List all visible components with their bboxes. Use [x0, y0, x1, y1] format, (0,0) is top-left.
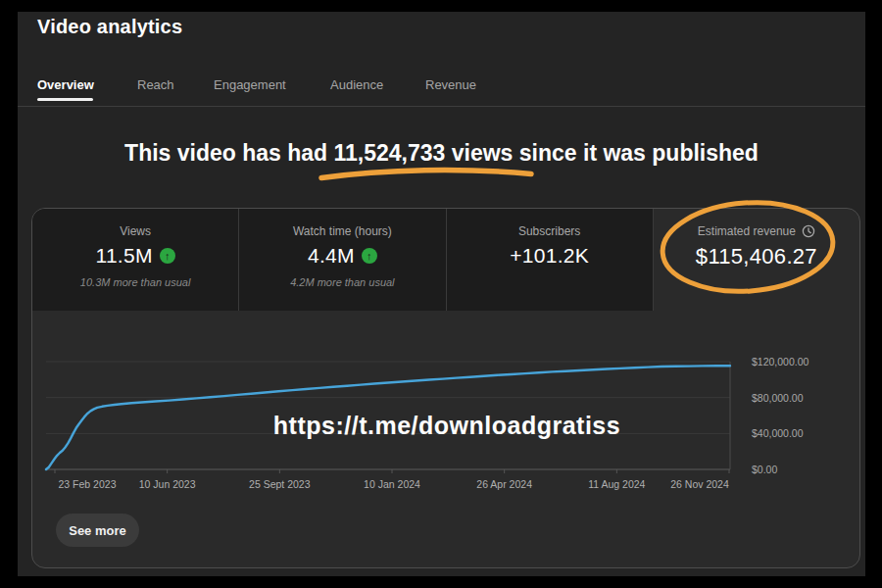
headline-views-summary: This video has had 11,524,733 views sinc…	[18, 140, 865, 167]
stat-value-subscribers: +101.2K	[510, 244, 589, 268]
svg-text:23 Feb 2023: 23 Feb 2023	[59, 478, 117, 490]
stat-label-subscribers: Subscribers	[518, 224, 580, 238]
svg-text:11 Aug 2024: 11 Aug 2024	[588, 478, 645, 490]
stat-card-views[interactable]: Views 11.5M ↑ 10.3M more than usual	[32, 209, 239, 311]
trend-up-icon: ↑	[160, 248, 175, 264]
stat-note-views: 10.3M more than usual	[80, 276, 191, 288]
svg-text:10 Jun 2023: 10 Jun 2023	[139, 478, 196, 490]
svg-text:25 Sept 2023: 25 Sept 2023	[249, 478, 311, 490]
stat-card-watch-time[interactable]: Watch time (hours) 4.4M ↑ 4.2M more than…	[239, 209, 446, 311]
trend-up-icon: ↑	[362, 248, 377, 264]
stat-label-views: Views	[120, 224, 151, 238]
tab-revenue[interactable]: Revenue	[425, 77, 476, 92]
svg-text:26 Apr 2024: 26 Apr 2024	[476, 478, 532, 490]
svg-text:$0.00: $0.00	[752, 464, 777, 475]
page-title: Video analytics	[37, 16, 182, 38]
see-more-button[interactable]: See more	[56, 514, 139, 547]
stat-value-views: 11.5M	[95, 244, 152, 268]
analytics-window: Video analytics Overview Reach Engagemen…	[18, 12, 865, 576]
tab-overview[interactable]: Overview	[37, 77, 94, 92]
tab-reach[interactable]: Reach	[137, 77, 174, 92]
svg-text:$80,000.00: $80,000.00	[752, 392, 804, 404]
stat-note-watch-time: 4.2M more than usual	[290, 276, 394, 288]
svg-text:10 Jan 2024: 10 Jan 2024	[364, 478, 420, 490]
stat-label-estimated-revenue: Estimated revenue	[698, 224, 796, 238]
svg-text:26 Nov 2024: 26 Nov 2024	[670, 478, 729, 490]
stat-value-watch-time: 4.4M	[308, 244, 355, 268]
watermark-text: https://t.me/downloadgratiss	[32, 409, 860, 442]
metric-cards-row: Views 11.5M ↑ 10.3M more than usual Watc…	[32, 209, 859, 311]
tab-engagement[interactable]: Engagement	[214, 77, 286, 92]
tabs-divider	[18, 106, 865, 107]
active-tab-underline	[37, 98, 93, 101]
stat-label-watch-time: Watch time (hours)	[293, 224, 392, 238]
stat-card-estimated-revenue[interactable]: Estimated revenue $115,406.27	[654, 209, 859, 311]
orange-underline-annotation	[317, 165, 537, 182]
analytics-card: Views 11.5M ↑ 10.3M more than usual Watc…	[31, 208, 860, 568]
clock-icon	[802, 224, 815, 238]
svg-text:$120,000.00: $120,000.00	[752, 356, 809, 368]
stat-value-estimated-revenue: $115,406.27	[696, 244, 817, 270]
stat-card-subscribers[interactable]: Subscribers +101.2K	[447, 209, 654, 311]
tab-audience[interactable]: Audience	[330, 77, 383, 92]
